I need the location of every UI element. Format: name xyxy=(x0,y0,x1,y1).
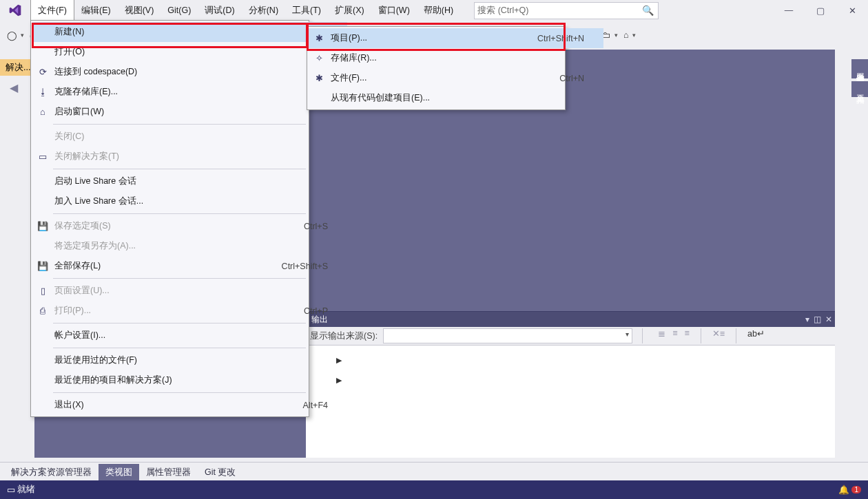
minimize-button[interactable]: ― xyxy=(773,0,805,21)
menu-item[interactable]: 退出(X)Alt+F4 xyxy=(32,395,347,415)
right-tab[interactable]: 服务器资源管理器 xyxy=(851,59,868,78)
menu-separator xyxy=(53,323,306,323)
doc-tab[interactable]: 属性管理器 xyxy=(139,464,198,480)
menu-item-label: 打印(P)... xyxy=(54,305,91,317)
menu-item[interactable]: 最近使用过的文件(F)▶ xyxy=(32,350,347,370)
menu-item-label: 克隆存储库(E)... xyxy=(54,86,118,98)
menu-item-icon: ⎙ xyxy=(37,306,49,316)
menu-item-icon: 💾 xyxy=(37,221,49,231)
wrap-icon[interactable]: ab↵ xyxy=(747,328,765,343)
menu-文件[interactable]: 文件(F) xyxy=(30,0,74,21)
maximize-button[interactable]: ▢ xyxy=(805,0,836,21)
menu-item[interactable]: 打开(O)▶ xyxy=(32,42,347,62)
menu-item-label: 文件(F)... xyxy=(331,72,366,84)
menu-item-shortcut: Ctrl+Shift+N xyxy=(537,34,584,43)
menu-git[interactable]: Git(G) xyxy=(161,0,198,21)
right-tab[interactable]: 工具箱 xyxy=(851,81,868,97)
menu-item-label: 项目(P)... xyxy=(331,32,367,44)
window-controls: ― ▢ ✕ xyxy=(773,0,868,21)
menu-窗口[interactable]: 窗口(W) xyxy=(371,0,417,21)
menu-separator xyxy=(53,348,306,348)
panel-menu-icon[interactable]: ▾ xyxy=(805,315,809,324)
output-panel: 输出 ▾ ◫ ✕ 显示输出来源(S): ≣ ≡ ≡ ✕≡ ab↵ xyxy=(306,311,835,458)
bottom-doc-tabs: 解决方案资源管理器类视图属性管理器Git 更改 xyxy=(0,462,868,480)
close-panel-icon[interactable]: ✕ xyxy=(825,315,832,324)
output-source-select[interactable] xyxy=(383,328,632,343)
menu-bar: 文件(F)编辑(E)视图(V)Git(G)调试(D)分析(N)工具(T)扩展(X… xyxy=(0,0,868,21)
menu-item[interactable]: 启动 Live Share 会话 xyxy=(32,171,347,191)
menu-item[interactable]: 最近使用的项目和解决方案(J)▶ xyxy=(32,370,347,390)
submenu-arrow-icon: ▶ xyxy=(336,376,342,385)
menu-separator xyxy=(53,213,306,214)
menu-item-label: 全部保存(L) xyxy=(54,260,101,272)
menu-item-icon: ⟳ xyxy=(37,67,49,77)
status-bar: ▭ 就绪 🔔 1 xyxy=(0,480,868,499)
menu-item-label: 页面设置(U)... xyxy=(54,285,110,297)
menu-视图[interactable]: 视图(V) xyxy=(118,0,161,21)
menu-item-label: 将选定项另存为(A)... xyxy=(54,240,136,252)
menu-item[interactable]: 💾全部保存(L)Ctrl+Shift+S xyxy=(32,256,347,276)
submenu-arrow-icon: ▶ xyxy=(336,356,342,365)
menu-编辑[interactable]: 编辑(E) xyxy=(74,0,118,21)
menu-item-label: 加入 Live Share 会话... xyxy=(54,195,143,207)
menu-item-icon: ⭳ xyxy=(37,87,49,97)
menu-item-label: 启动窗口(W) xyxy=(54,106,104,118)
menu-item-label: 存储库(R)... xyxy=(331,52,377,64)
menu-item-label: 最近使用过的文件(F) xyxy=(54,354,137,366)
menu-item[interactable]: ✧存储库(R)... xyxy=(309,48,603,68)
menu-item[interactable]: ✱项目(P)...Ctrl+Shift+N xyxy=(309,28,603,48)
nav-back-icon[interactable]: ◀ xyxy=(3,78,24,96)
bell-icon: 🔔 xyxy=(838,485,849,495)
pin-icon[interactable]: ◫ xyxy=(814,315,821,324)
menu-item-label: 打开(O) xyxy=(54,46,85,58)
menu-item-icon: ✱ xyxy=(313,33,325,43)
home-button[interactable]: ⌂ xyxy=(621,27,639,43)
status-icon: ▭ xyxy=(7,485,15,495)
menu-separator xyxy=(53,392,306,393)
search-placeholder: 搜索 (Ctrl+Q) xyxy=(477,5,528,17)
menu-分析[interactable]: 分析(N) xyxy=(242,0,285,21)
vs-logo-icon xyxy=(0,0,30,21)
output-icon[interactable]: ≡ xyxy=(672,328,677,343)
output-toolbar: 显示输出来源(S): ≣ ≡ ≡ ✕≡ ab↵ xyxy=(306,327,835,346)
menu-item[interactable]: ⟳连接到 codespace(D) xyxy=(32,62,347,82)
clear-output-icon[interactable]: ✕≡ xyxy=(712,328,725,343)
file-menu: 新建(N)▶打开(O)▶⟳连接到 codespace(D)⭳克隆存储库(E)..… xyxy=(30,20,309,417)
menu-item-label: 连接到 codespace(D) xyxy=(54,66,137,78)
menu-item[interactable]: 帐户设置(I)... xyxy=(32,326,347,346)
search-input[interactable]: 搜索 (Ctrl+Q) 🔍 xyxy=(474,2,659,19)
menu-item[interactable]: 新建(N)▶ xyxy=(32,22,347,42)
notification-count: 1 xyxy=(851,486,861,493)
menu-调试[interactable]: 调试(D) xyxy=(198,0,241,21)
menu-item[interactable]: 从现有代码创建项目(E)... xyxy=(309,88,603,108)
menu-item[interactable]: ⌂启动窗口(W) xyxy=(32,102,347,122)
menu-separator xyxy=(53,124,306,125)
doc-tab[interactable]: 解决方案资源管理器 xyxy=(4,464,99,480)
output-panel-title: 输出 ▾ ◫ ✕ xyxy=(306,312,835,327)
menu-item-label: 退出(X) xyxy=(54,399,84,411)
output-icon[interactable]: ≡ xyxy=(684,328,689,343)
menu-item-icon: ▯ xyxy=(37,286,49,296)
menu-item-icon: ▭ xyxy=(37,151,49,162)
output-icon[interactable]: ≣ xyxy=(658,328,665,343)
close-button[interactable]: ✕ xyxy=(836,0,868,21)
menu-item[interactable]: 加入 Live Share 会话... xyxy=(32,191,347,211)
notifications-button[interactable]: 🔔 1 xyxy=(838,485,861,495)
nav-back-button[interactable]: ◯ xyxy=(4,27,27,43)
menu-item: 关闭(C) xyxy=(32,127,347,147)
doc-tab[interactable]: Git 更改 xyxy=(198,464,242,480)
menu-item[interactable]: ✱文件(F)...Ctrl+N xyxy=(309,68,603,88)
menu-item-label: 最近使用的项目和解决方案(J) xyxy=(54,374,172,386)
output-body[interactable] xyxy=(306,346,835,458)
menu-扩展[interactable]: 扩展(X) xyxy=(328,0,371,21)
menu-工具[interactable]: 工具(T) xyxy=(285,0,328,21)
menu-item-label: 关闭解决方案(T) xyxy=(54,151,119,162)
menu-item: ▭关闭解决方案(T) xyxy=(32,147,347,167)
menu-item-label: 启动 Live Share 会话 xyxy=(54,176,136,187)
menu-item[interactable]: ⭳克隆存储库(E)... xyxy=(32,82,347,102)
menu-帮助[interactable]: 帮助(H) xyxy=(417,0,460,21)
menu-item-shortcut: Ctrl+N xyxy=(559,74,584,83)
new-submenu: ✱项目(P)...Ctrl+Shift+N✧存储库(R)...✱文件(F)...… xyxy=(307,26,566,110)
menu-item: 将选定项另存为(A)... xyxy=(32,236,347,256)
doc-tab[interactable]: 类视图 xyxy=(99,464,139,480)
